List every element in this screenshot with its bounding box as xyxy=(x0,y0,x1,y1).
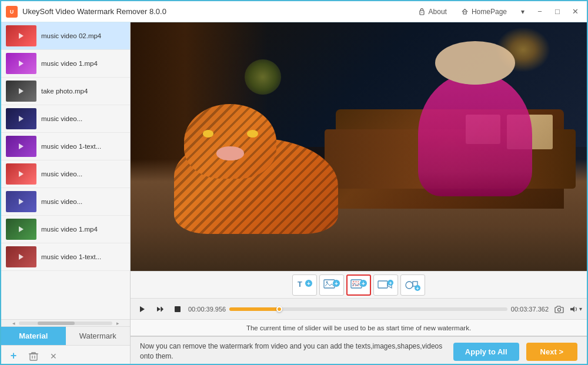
file-item-4[interactable]: music video... xyxy=(1,105,130,133)
scroll-thumb xyxy=(38,322,75,325)
file-thumbnail xyxy=(6,191,36,212)
svg-point-18 xyxy=(406,282,413,289)
scroll-track[interactable] xyxy=(19,322,112,325)
file-name: music video... xyxy=(41,115,82,123)
current-time: 00:00:39.956 xyxy=(188,306,226,313)
remove-file-button[interactable]: ✕ xyxy=(47,350,60,363)
scene-room xyxy=(131,22,587,271)
play-button[interactable] xyxy=(135,302,149,316)
total-time: 00:03:37.362 xyxy=(511,306,549,313)
next-button[interactable]: Next > xyxy=(526,343,577,361)
homepage-label: HomePage xyxy=(472,8,507,16)
tab-bar: Material Watermark xyxy=(1,326,130,345)
progress-thumb xyxy=(276,306,282,312)
tiger-head-stripes xyxy=(184,104,276,179)
watermark-toolbar: T + + xyxy=(131,271,587,298)
file-list[interactable]: music video 02.mp4 music video 1.mp4 tak… xyxy=(1,22,130,319)
app-icon: U xyxy=(6,6,18,18)
svg-text:+: + xyxy=(307,280,310,287)
add-shape-button[interactable]: + xyxy=(400,274,425,296)
info-bar: The current time of slider will be used … xyxy=(131,319,587,336)
file-name: music video 1.mp4 xyxy=(41,59,98,68)
svg-text:+: + xyxy=(416,285,419,291)
progress-bar[interactable] xyxy=(229,307,507,311)
bottom-bar: Now you can remove the watermark from vi… xyxy=(131,336,587,365)
svg-point-1 xyxy=(422,12,423,14)
svg-rect-26 xyxy=(175,306,181,312)
dropdown-button[interactable]: ▾ xyxy=(517,6,528,18)
file-item-5[interactable]: music video 1-text... xyxy=(1,133,130,160)
svg-marker-23 xyxy=(157,307,161,312)
add-file-button[interactable]: + xyxy=(7,350,20,363)
main-layout: music video 02.mp4 music video 1.mp4 tak… xyxy=(1,22,587,365)
minimize-button[interactable]: − xyxy=(533,5,547,19)
file-thumbnail xyxy=(6,163,36,185)
stop-button[interactable] xyxy=(171,302,185,316)
step-forward-button[interactable] xyxy=(153,302,167,316)
file-thumbnail xyxy=(6,246,36,267)
add-text-button[interactable]: T + xyxy=(292,274,317,296)
apply-to-all-button[interactable]: Apply to All xyxy=(453,343,519,361)
title-actions: About HomePage ▾ xyxy=(415,6,528,18)
screenshot-button[interactable] xyxy=(552,302,566,316)
svg-rect-15 xyxy=(378,281,387,288)
chevron-down-icon: ▾ xyxy=(521,8,524,16)
file-item-6[interactable]: music video... xyxy=(1,160,130,188)
svg-point-8 xyxy=(326,281,328,283)
file-item-9[interactable]: music video 1-text... xyxy=(1,243,130,271)
file-thumbnail xyxy=(6,81,36,102)
svg-marker-22 xyxy=(140,306,145,312)
svg-marker-25 xyxy=(161,307,163,312)
sidebar: music video 02.mp4 music video 1.mp4 tak… xyxy=(1,22,131,365)
titlebar: U UkeySoft Video Watermark Remover 8.0.0… xyxy=(1,1,587,22)
scroll-left-arrow[interactable]: ◂ xyxy=(11,320,16,326)
maximize-button[interactable]: □ xyxy=(550,5,564,19)
file-name: music video 02.mp4 xyxy=(41,32,101,41)
player-controls: 00:00:39.956 00:03:37.362 ▾ xyxy=(131,298,587,319)
svg-rect-3 xyxy=(30,354,37,360)
svg-text:+: + xyxy=(362,280,365,287)
delete-file-button[interactable] xyxy=(27,350,40,363)
file-item-1[interactable]: music video 02.mp4 xyxy=(1,22,130,50)
file-name: music video 1.mp4 xyxy=(41,225,98,234)
lock-icon xyxy=(418,8,426,16)
tab-material[interactable]: Material xyxy=(1,327,66,345)
home-icon xyxy=(461,8,469,16)
sidebar-footer: + ✕ xyxy=(1,345,130,365)
add-video-button[interactable]: + xyxy=(373,274,398,296)
file-name: take photo.mp4 xyxy=(41,87,88,96)
svg-text:+: + xyxy=(389,280,392,286)
file-item-8[interactable]: music video 1.mp4 xyxy=(1,216,130,243)
homepage-button[interactable]: HomePage xyxy=(457,6,510,18)
svg-text:+: + xyxy=(335,280,338,287)
scroll-right-arrow[interactable]: ▸ xyxy=(115,320,121,326)
window-controls: − □ ✕ xyxy=(533,5,582,19)
file-name: music video... xyxy=(41,170,82,179)
file-thumbnail xyxy=(6,136,36,157)
volume-control[interactable]: ▾ xyxy=(570,306,582,313)
file-item-3[interactable]: take photo.mp4 xyxy=(1,78,130,105)
video-preview xyxy=(131,22,587,271)
content-area: T + + xyxy=(131,22,587,365)
remove-watermark-button[interactable]: + xyxy=(346,274,371,296)
file-item-2[interactable]: music video 1.mp4 xyxy=(1,50,130,78)
svg-text:T: T xyxy=(298,280,302,289)
scene-person xyxy=(418,72,532,197)
file-name: music video 1-text... xyxy=(41,253,101,262)
file-thumbnail xyxy=(6,219,36,240)
file-thumbnail xyxy=(6,25,36,46)
file-thumbnail xyxy=(6,108,36,129)
scene-tiger xyxy=(153,97,359,234)
app-title: UkeySoft Video Watermark Remover 8.0.0 xyxy=(22,7,415,16)
file-thumbnail xyxy=(6,53,36,74)
hint-text: The current time of slider will be used … xyxy=(246,324,471,331)
file-name: music video... xyxy=(41,197,82,206)
add-image-button[interactable]: + xyxy=(319,274,344,296)
file-item-7[interactable]: music video... xyxy=(1,188,130,216)
about-button[interactable]: About xyxy=(415,6,450,18)
tab-watermark[interactable]: Watermark xyxy=(66,327,131,345)
tiger-head xyxy=(184,104,276,179)
bottom-description: Now you can remove the watermark from vi… xyxy=(140,341,446,361)
horizontal-scrollbar[interactable]: ◂ ▸ xyxy=(1,319,130,326)
close-button[interactable]: ✕ xyxy=(568,5,582,19)
